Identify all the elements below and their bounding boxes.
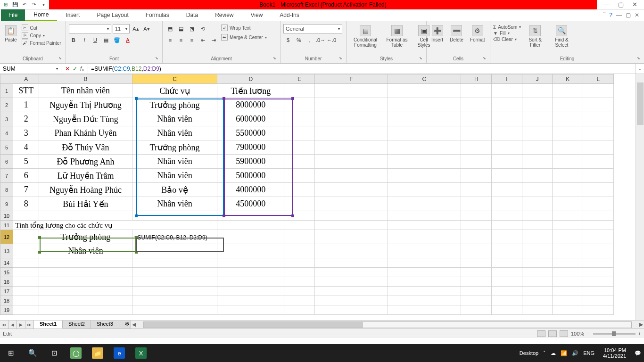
format-painter-button[interactable]: 🖌Format Painter <box>22 39 61 47</box>
shrink-font-button[interactable]: A▾ <box>142 24 151 33</box>
undo-icon[interactable]: ↶ <box>21 1 28 8</box>
close-button[interactable]: ✕ <box>632 1 637 8</box>
delete-cells-button[interactable]: ➖Delete <box>448 24 465 43</box>
sheet-tab[interactable]: Sheet1 <box>34 321 63 329</box>
col-header[interactable]: A <box>13 74 39 84</box>
col-header[interactable]: E <box>284 74 315 84</box>
taskbar-lang[interactable]: ENG <box>583 350 594 356</box>
name-box[interactable]: SUM ▾ <box>0 64 61 74</box>
expand-formula-bar-icon[interactable]: ⌄ <box>636 64 644 74</box>
col-header[interactable]: L <box>583 74 614 84</box>
search-icon[interactable]: 🔍 <box>22 344 43 362</box>
tab-home[interactable]: Home <box>25 9 57 21</box>
align-center-button[interactable]: ≡ <box>176 35 186 45</box>
fill-button[interactable]: ▼ Fill ▾ <box>493 30 521 36</box>
fx-icon[interactable]: fₓ <box>80 66 84 72</box>
sheet-tab[interactable]: Sheet3 <box>91 321 119 329</box>
format-cells-button[interactable]: ⚙Format <box>468 24 487 43</box>
taskbar-app-excel[interactable]: X <box>130 344 152 362</box>
font-color-button[interactable]: A <box>123 35 132 45</box>
cell[interactable]: Tên nhân viên <box>39 84 132 98</box>
tab-nav-last-icon[interactable]: ⏭ <box>25 321 34 329</box>
taskbar-up-icon[interactable]: ˄ <box>543 350 546 356</box>
col-header[interactable]: D <box>217 74 284 84</box>
increase-decimal-button[interactable]: .0→ <box>316 35 325 45</box>
vscroll-thumb[interactable] <box>637 82 644 125</box>
taskbar-clock[interactable]: 10:04 PM 4/11/2021 <box>599 347 630 359</box>
cell[interactable]: STT <box>13 84 39 98</box>
sort-filter-button[interactable]: ⇅Sort & Filter <box>524 24 546 49</box>
taskbar-app-cortana[interactable]: ◯ <box>65 344 87 362</box>
tab-file[interactable]: File <box>1 9 25 21</box>
comma-button[interactable]: , <box>305 35 314 45</box>
tab-review[interactable]: Review <box>206 9 242 21</box>
row-header[interactable]: 1 <box>0 84 13 98</box>
col-header[interactable]: G <box>388 74 461 84</box>
tab-nav-first-icon[interactable]: ⏮ <box>0 321 8 329</box>
hscroll-thumb[interactable] <box>144 322 363 328</box>
zoom-out-icon[interactable]: − <box>587 331 590 337</box>
tab-view[interactable]: View <box>242 9 272 21</box>
spreadsheet-grid[interactable]: A B C D E F G H I J K L 1 STT Tên nhân v… <box>0 74 644 320</box>
align-right-button[interactable]: ≡ <box>187 35 197 45</box>
view-pagelayout-button[interactable] <box>548 330 557 337</box>
ribbon-minimize-icon[interactable]: ˇ <box>603 12 605 18</box>
col-header[interactable]: I <box>492 74 522 84</box>
align-bottom-button[interactable]: ⬔ <box>187 24 197 33</box>
enter-formula-icon[interactable]: ✓ <box>73 66 77 72</box>
cell[interactable]: Chức vụ <box>132 84 217 98</box>
minimize-button[interactable]: — <box>603 1 610 8</box>
increase-indent-button[interactable]: ⇥ <box>209 35 218 45</box>
cancel-formula-icon[interactable]: ✕ <box>65 66 70 72</box>
paste-button[interactable]: 📋 Paste <box>3 24 19 43</box>
align-top-button[interactable]: ⬒ <box>165 24 175 33</box>
zoom-in-icon[interactable]: + <box>638 331 641 337</box>
vertical-scrollbar[interactable] <box>636 74 644 320</box>
conditional-formatting-button[interactable]: ▤Conditional Formatting <box>349 24 381 49</box>
taskbar-desktop-label[interactable]: Desktop <box>520 350 538 356</box>
zoom-slider[interactable] <box>593 333 636 335</box>
view-normal-button[interactable] <box>537 330 545 337</box>
bold-button[interactable]: B <box>69 35 78 45</box>
save-icon[interactable]: 💾 <box>11 1 19 8</box>
sheet-tab[interactable]: Sheet2 <box>63 321 91 329</box>
autosum-button[interactable]: Σ AutoSum ▾ <box>493 24 521 30</box>
taskbar-onedrive-icon[interactable]: ☁ <box>551 350 556 356</box>
decrease-decimal-button[interactable]: ←.0 <box>327 35 336 45</box>
wrap-text-button[interactable]: ↲Wrap Text <box>221 24 267 32</box>
taskbar-notifications-icon[interactable]: 💬 <box>635 350 641 356</box>
tab-formulas[interactable]: Formulas <box>137 9 178 21</box>
start-button[interactable]: ⊞ <box>0 344 22 362</box>
new-sheet-button[interactable]: ✻ <box>119 321 131 329</box>
taskbar-app-explorer[interactable]: 📁 <box>87 344 108 362</box>
qat-dropdown-icon[interactable]: ▾ <box>40 1 47 8</box>
ribbon-window-min-icon[interactable]: — <box>616 12 622 18</box>
tab-data[interactable]: Data <box>178 9 206 21</box>
redo-icon[interactable]: ↷ <box>30 1 38 8</box>
col-header[interactable]: K <box>553 74 583 84</box>
col-header[interactable]: F <box>314 74 388 84</box>
name-box-dropdown-icon[interactable]: ▾ <box>56 66 58 71</box>
fill-color-button[interactable]: 🪣 <box>112 35 122 45</box>
formula-input[interactable]: =SUMIF(C2:C9, B12, D2:D9) <box>88 64 636 74</box>
tab-addins[interactable]: Add-Ins <box>271 9 307 21</box>
insert-cells-button[interactable]: ➕Insert <box>429 24 445 43</box>
select-all-corner[interactable] <box>0 74 13 84</box>
help-icon[interactable]: ? <box>609 12 612 18</box>
font-size-select[interactable]: 11▾ <box>113 24 130 33</box>
underline-button[interactable]: U <box>91 35 100 45</box>
font-name-select[interactable]: ▾ <box>69 24 111 33</box>
tab-insert[interactable]: Insert <box>57 9 88 21</box>
clear-button[interactable]: ⌫ Clear ▾ <box>493 36 521 42</box>
taskbar-network-icon[interactable]: 📶 <box>561 350 567 356</box>
task-view-icon[interactable]: ⊡ <box>43 344 65 362</box>
copy-button[interactable]: ⎘Copy ▾ <box>22 32 61 39</box>
col-header[interactable]: J <box>522 74 553 84</box>
active-cell-editing[interactable]: =SUMIF(C2:C9, B12, D2:D9) <box>132 230 217 244</box>
col-header[interactable]: B <box>39 74 132 84</box>
view-pagebreak-button[interactable] <box>560 330 568 337</box>
taskbar-sound-icon[interactable]: 🔊 <box>572 350 578 356</box>
tab-nav-prev-icon[interactable]: ◀ <box>8 321 17 329</box>
cell[interactable]: Tiền lương <box>217 84 284 98</box>
maximize-button[interactable]: ▢ <box>618 1 624 8</box>
